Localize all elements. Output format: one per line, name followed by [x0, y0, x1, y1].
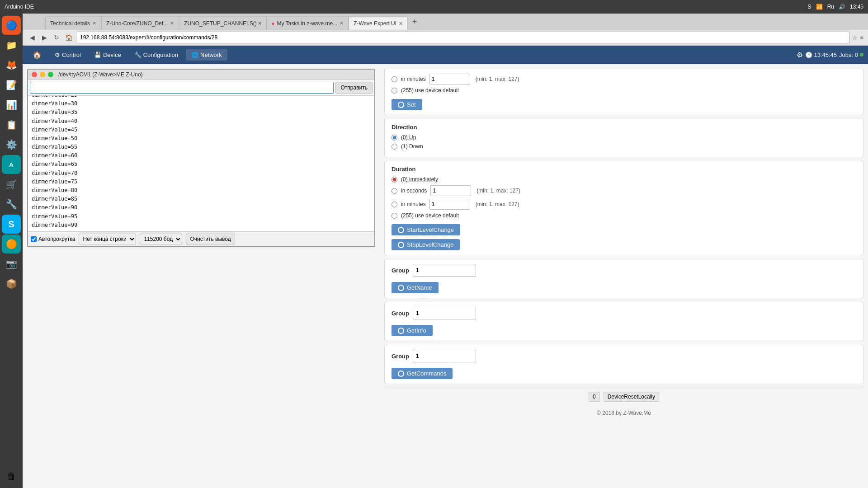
console-send-button[interactable]: Отправить [335, 82, 373, 94]
tab-close-zuno[interactable]: ✕ [170, 20, 174, 26]
tab-close-tasks[interactable]: ✕ [340, 20, 344, 26]
duration-minutes-input[interactable] [429, 199, 470, 210]
os-icon-calc[interactable]: 📊 [2, 95, 21, 114]
tab-zuno-core[interactable]: Z-Uno-Core/ZUNO_Def... ✕ [101, 16, 179, 30]
nav-gear-icon[interactable]: ⚙ [797, 51, 803, 59]
os-icon-amazon[interactable]: 🛒 [2, 175, 21, 194]
clock-icon: 🕐 [805, 52, 812, 58]
duration-title: Duration [392, 166, 856, 173]
nav-device[interactable]: 💾 Device [89, 49, 127, 61]
group-3-label: Group [392, 353, 409, 360]
use-device-default-radio[interactable] [392, 88, 397, 94]
os-icon-clipboard[interactable]: 📋 [2, 115, 21, 134]
url-bar[interactable] [76, 32, 850, 43]
tab-technical-details[interactable]: Technical details ✕ [45, 16, 101, 30]
line-ending-select[interactable]: Нет конца строки [79, 234, 136, 244]
os-icon-text[interactable]: 📝 [2, 75, 21, 94]
duration-seconds-row: in seconds (min: 1, max: 127) [392, 185, 856, 196]
baud-select[interactable]: 115200 бод [140, 234, 182, 244]
nav-home[interactable]: 🏠 [27, 48, 47, 61]
console-titlebar: /dev/ttyACM1 (Z-Wave>ME Z-Uno) [28, 70, 374, 80]
duration-device-default-radio[interactable] [392, 213, 397, 219]
device-icon: 💾 [94, 52, 101, 58]
bottom-tag-value: 0 [589, 392, 600, 402]
tab-setup-channels[interactable]: ZUNO_SETUP_CHANNELS() × [179, 16, 266, 30]
duration-device-default-row: (255) use device default [392, 212, 856, 219]
clear-output-button[interactable]: Очистить вывод [186, 234, 235, 244]
group-1-input[interactable] [413, 264, 476, 277]
duration-seconds-radio[interactable] [392, 188, 397, 194]
duration-immediately-radio[interactable] [392, 177, 397, 183]
os-icon-files[interactable]: 📁 [2, 36, 21, 55]
start-level-change-button[interactable]: StartLevelChange [392, 224, 460, 235]
duration-minutes-label: in minutes [401, 201, 426, 207]
os-icon-package[interactable]: 📦 [2, 274, 21, 293]
duration-seconds-range: (min: 1, max: 127) [476, 188, 520, 194]
duration-device-default-label: (255) use device default [401, 212, 459, 219]
window-max-btn[interactable] [48, 72, 53, 77]
stop-level-change-button[interactable]: StopLevelChange [392, 239, 460, 250]
os-icon-settings[interactable]: ⚙️ [2, 135, 21, 154]
duration-seconds-input[interactable] [430, 185, 471, 196]
tab-label: My Tasks in z-wave.me... [277, 20, 337, 27]
os-titlebar: Arduino IDE S 📶 Ru 🔊 13:45 [0, 0, 868, 14]
duration-seconds-label: in seconds [401, 188, 427, 194]
duration-minutes-row: in minutes (min: 1, max: 127) [392, 199, 856, 210]
nav-label: Device [103, 52, 121, 58]
auto-scroll-input[interactable] [31, 236, 37, 242]
nav-time: 🕐 13:45:45 [805, 52, 837, 58]
group-3-input[interactable] [413, 350, 476, 362]
nav-control[interactable]: ⚙ Control [49, 49, 86, 61]
back-button[interactable]: ◀ [27, 33, 37, 42]
os-icon-camera[interactable]: 📷 [2, 254, 21, 273]
os-icon-skype[interactable]: S [2, 215, 21, 234]
os-sidebar: 🔵 📁 🦊 📝 📊 📋 ⚙️ A 🛒 🔧 S 🟠 📷 📦 🗑 [0, 14, 23, 488]
bookmark-icon[interactable]: ☆ [852, 34, 858, 41]
nav-bar: 🏠 ⚙ Control 💾 Device 🔧 Configuration 🌐 N… [23, 45, 868, 64]
tab-my-tasks[interactable]: ● My Tasks in z-wave.me... ✕ [266, 16, 349, 30]
os-icon-arduino[interactable]: A [2, 155, 21, 174]
tab-zwave-expert[interactable]: Z-Wave Expert UI ✕ [349, 17, 408, 30]
home-button[interactable]: 🏠 [64, 33, 74, 42]
group-section-1: Group GetName [384, 259, 863, 298]
in-minutes-input[interactable] [429, 74, 470, 84]
right-panel: in minutes (min: 1, max: 127) (255) use … [380, 64, 868, 488]
nav-configuration[interactable]: 🔧 Configuration [129, 49, 184, 61]
duration-minutes-radio[interactable] [392, 202, 397, 207]
in-minutes-radio[interactable] [392, 76, 397, 82]
set-button[interactable]: Set [392, 99, 422, 110]
console-input-row: Отправить [28, 80, 374, 96]
get-commands-button[interactable]: GetCommands [392, 368, 453, 379]
os-icon-firefox[interactable]: 🦊 [2, 56, 21, 75]
console-output: dimmerValue=0dimmerValue=5dimmerValue=10… [28, 96, 374, 231]
os-icon-arduino2[interactable]: 🟠 [2, 235, 21, 253]
nav-label: Control [62, 52, 81, 58]
auto-scroll-checkbox[interactable]: Автопрокрутка [31, 236, 75, 242]
new-tab-button[interactable]: + [408, 17, 422, 27]
window-close-btn[interactable] [32, 72, 37, 77]
os-icon-trash[interactable]: 🗑 [2, 467, 21, 486]
skype-icon: S [808, 4, 811, 10]
tab-close-technical[interactable]: ✕ [92, 20, 96, 26]
nav-jobs: Jobs: 0 [839, 52, 863, 58]
os-icon-ubuntu[interactable]: 🔵 [2, 16, 21, 35]
nav-network[interactable]: 🌐 Network [186, 49, 227, 61]
in-minutes-range: (min: 1, max: 127) [476, 76, 519, 82]
group-2-input[interactable] [413, 307, 476, 319]
get-info-button[interactable]: GetInfo [392, 325, 433, 336]
main-app: 🏠 ⚙ Control 💾 Device 🔧 Configuration 🌐 N… [23, 45, 868, 488]
left-panel: /dev/ttyACM1 (Z-Wave>ME Z-Uno) Отправить… [23, 64, 380, 488]
window-min-btn[interactable] [40, 72, 45, 77]
menu-icon[interactable]: ≡ [860, 34, 863, 41]
duration-section: Duration (0) immediately in seconds (min… [384, 161, 863, 255]
console-input[interactable] [30, 82, 334, 94]
direction-down-radio[interactable] [392, 144, 397, 150]
get-name-button[interactable]: GetName [392, 282, 439, 293]
reload-button[interactable]: ↻ [52, 33, 61, 42]
direction-up-radio[interactable] [392, 135, 397, 141]
duration-immediately-row: (0) immediately [392, 176, 856, 183]
os-icon-tools[interactable]: 🔧 [2, 195, 21, 214]
tab-close-expert[interactable]: ✕ [399, 21, 403, 27]
console-window: /dev/ttyACM1 (Z-Wave>ME Z-Uno) Отправить… [27, 69, 375, 247]
forward-button[interactable]: ▶ [39, 33, 49, 42]
